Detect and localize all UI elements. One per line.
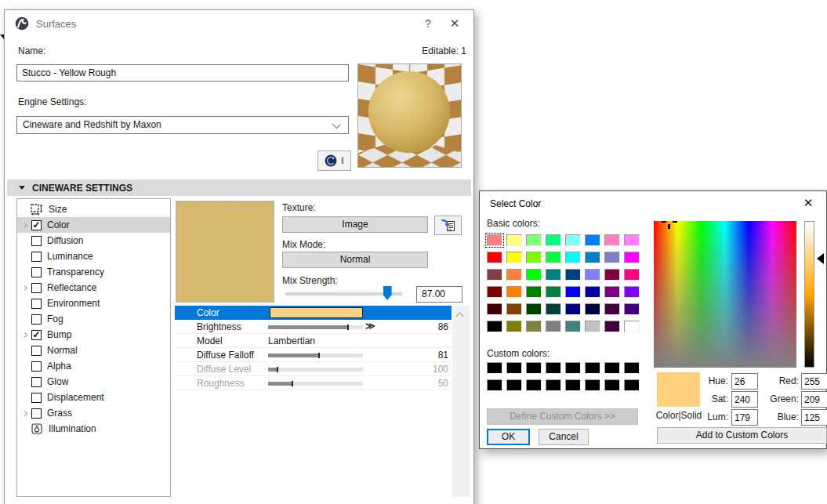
color-close-button[interactable]: ✕ bbox=[798, 194, 818, 212]
green-input[interactable] bbox=[801, 391, 827, 408]
custom-color-swatch[interactable] bbox=[585, 362, 600, 374]
basic-color-swatch[interactable] bbox=[526, 269, 542, 281]
channel-grass[interactable]: Grass bbox=[17, 405, 170, 421]
basic-color-swatch[interactable] bbox=[624, 321, 640, 332]
luminance-bar[interactable] bbox=[804, 221, 814, 368]
channel-checkbox[interactable] bbox=[31, 408, 42, 419]
basic-color-swatch[interactable] bbox=[585, 321, 600, 332]
basic-color-swatch[interactable] bbox=[565, 234, 581, 246]
channel-checkbox[interactable] bbox=[31, 377, 42, 387]
basic-color-swatch[interactable] bbox=[565, 286, 581, 298]
property-slider[interactable] bbox=[268, 368, 363, 372]
luminance-arrow-icon[interactable] bbox=[817, 253, 824, 264]
custom-color-swatch[interactable] bbox=[565, 379, 581, 391]
surface-name-input[interactable] bbox=[16, 64, 349, 82]
basic-color-swatch[interactable] bbox=[506, 303, 522, 315]
basic-color-swatch[interactable] bbox=[565, 252, 581, 263]
properties-scrollbar[interactable] bbox=[452, 306, 470, 497]
basic-color-swatch[interactable] bbox=[585, 269, 600, 281]
texture-type-button[interactable]: Image bbox=[282, 216, 428, 233]
custom-color-swatch[interactable] bbox=[487, 379, 502, 391]
channel-alpha[interactable]: Alpha bbox=[17, 358, 170, 374]
basic-color-swatch[interactable] bbox=[565, 303, 581, 315]
basic-color-swatch[interactable] bbox=[604, 252, 620, 263]
channel-checkbox[interactable]: ✓ bbox=[31, 330, 42, 340]
red-input[interactable] bbox=[801, 373, 827, 390]
help-button[interactable]: ? bbox=[417, 15, 439, 32]
define-custom-colors-button[interactable]: Define Custom Colors >> bbox=[487, 408, 638, 425]
basic-color-swatch[interactable] bbox=[526, 286, 542, 298]
property-row-diffuse-level[interactable]: Diffuse Level100 bbox=[175, 362, 452, 376]
basic-color-swatch[interactable] bbox=[487, 234, 502, 246]
lum-input[interactable] bbox=[731, 409, 758, 426]
custom-color-swatch[interactable] bbox=[506, 362, 522, 374]
basic-color-swatch[interactable] bbox=[526, 303, 542, 315]
expand-chevron-icon[interactable] bbox=[22, 286, 31, 290]
close-button[interactable]: ✕ bbox=[444, 15, 466, 32]
property-color-swatch[interactable] bbox=[270, 307, 363, 318]
channel-checkbox[interactable] bbox=[31, 361, 42, 372]
channel-checkbox[interactable] bbox=[31, 346, 42, 356]
add-to-custom-colors-button[interactable]: Add to Custom Colors bbox=[657, 427, 827, 444]
custom-color-swatch[interactable] bbox=[585, 379, 600, 391]
custom-color-swatch[interactable] bbox=[506, 379, 522, 391]
channel-color[interactable]: ✓Color bbox=[17, 217, 170, 233]
basic-color-swatch[interactable] bbox=[506, 321, 522, 332]
basic-color-swatch[interactable] bbox=[487, 252, 502, 263]
channel-environment[interactable]: Environment bbox=[17, 296, 170, 311]
basic-color-swatch[interactable] bbox=[565, 269, 581, 281]
ok-button[interactable]: OK bbox=[487, 429, 530, 445]
property-slider[interactable] bbox=[268, 354, 363, 357]
hue-input[interactable] bbox=[731, 373, 758, 390]
channel-checkbox[interactable] bbox=[31, 236, 42, 246]
basic-color-swatch[interactable] bbox=[565, 321, 581, 332]
sat-input[interactable] bbox=[731, 391, 758, 408]
basic-color-swatch[interactable] bbox=[585, 303, 600, 315]
expand-chevron-icon[interactable] bbox=[22, 333, 31, 337]
mix-strength-handle[interactable] bbox=[383, 286, 392, 300]
basic-color-swatch[interactable] bbox=[585, 286, 600, 298]
basic-color-swatch[interactable] bbox=[526, 252, 542, 263]
texture-menu-button[interactable] bbox=[434, 216, 462, 235]
basic-color-swatch[interactable] bbox=[506, 252, 522, 263]
property-slider[interactable] bbox=[268, 325, 363, 329]
basic-color-swatch[interactable] bbox=[526, 234, 542, 246]
basic-color-swatch[interactable] bbox=[546, 321, 561, 332]
channel-bump[interactable]: ✓Bump bbox=[17, 327, 170, 343]
channel-glow[interactable]: Glow bbox=[17, 374, 170, 390]
channel-checkbox[interactable]: ✓ bbox=[31, 220, 42, 230]
channel-checkbox[interactable] bbox=[31, 314, 42, 325]
custom-color-swatch[interactable] bbox=[526, 362, 542, 374]
basic-color-swatch[interactable] bbox=[546, 252, 561, 263]
custom-color-swatch[interactable] bbox=[604, 362, 620, 374]
expand-chevron-icon[interactable] bbox=[22, 412, 31, 415]
scroll-up-icon[interactable] bbox=[456, 313, 464, 321]
cineware-settings-section-header[interactable]: CINEWARE SETTINGS bbox=[7, 179, 471, 196]
mix-mode-button[interactable]: Normal bbox=[282, 252, 428, 268]
basic-color-swatch[interactable] bbox=[506, 234, 522, 246]
basic-color-swatch[interactable] bbox=[487, 269, 502, 281]
cancel-button[interactable]: Cancel bbox=[539, 429, 589, 445]
mix-strength-value[interactable]: 87.00 bbox=[416, 286, 462, 303]
basic-color-swatch[interactable] bbox=[546, 303, 561, 315]
basic-color-swatch[interactable] bbox=[585, 252, 600, 263]
channel-size[interactable]: Size bbox=[17, 201, 170, 217]
basic-color-swatch[interactable] bbox=[624, 252, 640, 263]
basic-color-swatch[interactable] bbox=[624, 303, 640, 315]
custom-color-swatch[interactable] bbox=[624, 379, 640, 391]
property-row-brightness[interactable]: Brightness≫86 bbox=[175, 320, 452, 334]
basic-color-swatch[interactable] bbox=[546, 286, 561, 298]
basic-color-swatch[interactable] bbox=[585, 234, 600, 246]
basic-color-swatch[interactable] bbox=[506, 286, 522, 298]
channel-checkbox[interactable] bbox=[31, 283, 42, 293]
custom-color-swatch[interactable] bbox=[526, 379, 542, 391]
channel-displacement[interactable]: Displacement bbox=[17, 390, 170, 405]
mix-strength-slider[interactable] bbox=[285, 292, 402, 296]
channel-luminance[interactable]: Luminance bbox=[17, 248, 170, 264]
channel-checkbox[interactable] bbox=[31, 252, 42, 262]
property-row-model[interactable]: ModelLambertian bbox=[175, 334, 452, 348]
custom-color-swatch[interactable] bbox=[487, 362, 502, 374]
surfaces-titlebar[interactable]: Surfaces ? ✕ bbox=[5, 10, 473, 37]
basic-color-swatch[interactable] bbox=[487, 303, 502, 315]
cinema4d-info-button[interactable]: i bbox=[317, 150, 351, 171]
